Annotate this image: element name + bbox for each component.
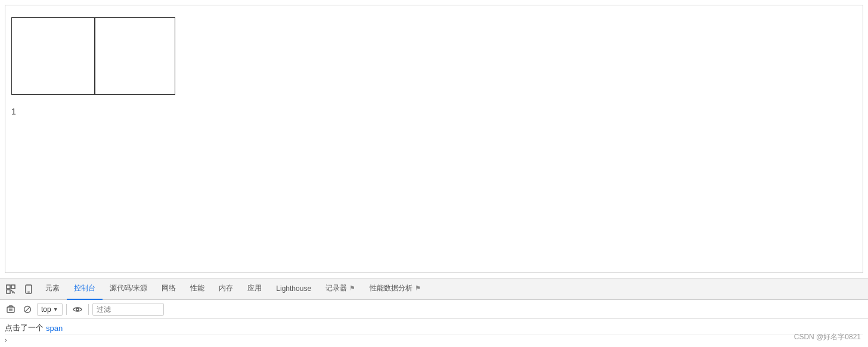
tab-memory[interactable]: 内存 bbox=[212, 278, 240, 300]
tab-performance[interactable]: 性能 bbox=[183, 278, 212, 300]
device-toolbar-button[interactable] bbox=[20, 281, 37, 298]
expand-arrow-icon[interactable]: › bbox=[5, 336, 7, 343]
tab-console-label: 控制台 bbox=[74, 283, 95, 293]
tab-application-label: 应用 bbox=[247, 283, 262, 293]
recorder-icon: ⚑ bbox=[349, 284, 355, 292]
watermark: CSDN @好名字0821 bbox=[794, 332, 861, 342]
canvas-box-1 bbox=[11, 17, 95, 95]
devtools-tab-bar: 元素 控制台 源代码/来源 网络 性能 内存 应用 Lighthouse 记录器… bbox=[0, 278, 868, 300]
tab-lighthouse-label: Lighthouse bbox=[276, 284, 311, 293]
devtools-panel: 元素 控制台 源代码/来源 网络 性能 内存 应用 Lighthouse 记录器… bbox=[0, 278, 868, 347]
svg-rect-2 bbox=[7, 290, 10, 293]
tab-memory-label: 内存 bbox=[219, 283, 233, 293]
toolbar-divider-2 bbox=[88, 304, 89, 315]
inspect-element-button[interactable] bbox=[2, 281, 19, 298]
tab-perf-insights[interactable]: 性能数据分析 ⚑ bbox=[362, 278, 428, 300]
toolbar-divider bbox=[66, 304, 67, 315]
svg-point-11 bbox=[76, 308, 79, 311]
context-label: top bbox=[41, 305, 51, 314]
tab-perf-insights-content: 性能数据分析 ⚑ bbox=[370, 283, 421, 293]
svg-rect-1 bbox=[11, 285, 15, 289]
clear-console-button[interactable] bbox=[4, 302, 18, 317]
tab-elements[interactable]: 元素 bbox=[38, 278, 67, 300]
tab-recorder-content: 记录器 ⚑ bbox=[326, 283, 355, 293]
console-span-link[interactable]: span bbox=[46, 324, 63, 333]
canvas-box-2 bbox=[95, 17, 175, 95]
perf-insights-icon: ⚑ bbox=[415, 284, 421, 292]
tab-network[interactable]: 网络 bbox=[154, 278, 183, 300]
context-dropdown-arrow: ▼ bbox=[53, 306, 58, 312]
tab-performance-label: 性能 bbox=[190, 283, 204, 293]
browser-content: 1 bbox=[5, 5, 863, 273]
tab-recorder-label: 记录器 bbox=[326, 283, 347, 293]
tab-perf-insights-label: 性能数据分析 bbox=[370, 283, 413, 293]
eye-button[interactable] bbox=[70, 302, 85, 317]
tab-sources[interactable]: 源代码/来源 bbox=[103, 278, 154, 300]
console-arrow-row: › bbox=[5, 335, 863, 345]
filter-input[interactable] bbox=[92, 303, 164, 316]
context-selector[interactable]: top ▼ bbox=[37, 303, 63, 316]
svg-line-10 bbox=[25, 306, 30, 311]
console-output: 点击了一个 span › bbox=[0, 319, 868, 347]
tab-recorder[interactable]: 记录器 ⚑ bbox=[318, 278, 362, 300]
block-button[interactable] bbox=[20, 302, 35, 317]
tab-sources-label: 源代码/来源 bbox=[110, 283, 147, 293]
tab-elements-label: 元素 bbox=[45, 283, 60, 293]
tab-application[interactable]: 应用 bbox=[240, 278, 269, 300]
tab-network-label: 网络 bbox=[162, 283, 176, 293]
canvas-area bbox=[11, 17, 175, 95]
svg-rect-0 bbox=[7, 285, 10, 289]
devtools-toolbar: top ▼ bbox=[0, 300, 868, 319]
tab-lighthouse[interactable]: Lighthouse bbox=[269, 278, 318, 300]
console-message-text: 点击了一个 bbox=[5, 323, 44, 333]
tab-console[interactable]: 控制台 bbox=[67, 278, 103, 300]
console-message-1: 点击了一个 span bbox=[5, 321, 863, 335]
line-number: 1 bbox=[11, 107, 16, 116]
svg-rect-4 bbox=[27, 292, 30, 293]
